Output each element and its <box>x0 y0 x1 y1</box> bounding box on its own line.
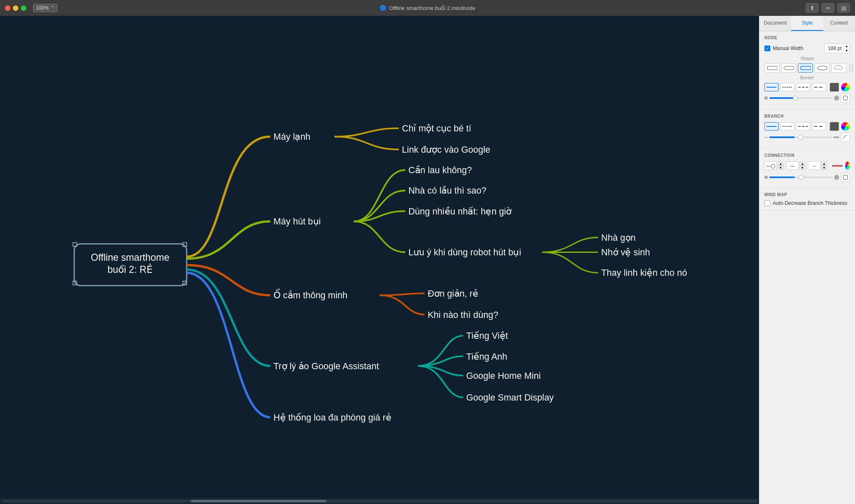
width-stepper[interactable]: ▲ ▼ <box>843 44 850 53</box>
border-dot1-button[interactable] <box>780 83 794 91</box>
arrow-start-up[interactable]: ▲ <box>778 161 784 166</box>
scrollbar-thumb[interactable] <box>191 500 327 502</box>
window-title: 🔵 Offline smarthome buổi 2.mindnode <box>379 5 475 11</box>
branch-style-row <box>764 122 850 131</box>
connection-section: CONNECTION —◯ ▲ ▼ — ▲ ▼ <box>759 149 855 188</box>
border-solid-button[interactable] <box>764 83 779 91</box>
shape-color-wheel[interactable] <box>852 63 853 73</box>
svg-text:Hệ thống loa đa phòng giá rẻ: Hệ thống loa đa phòng giá rẻ <box>273 412 392 423</box>
width-input-group[interactable]: ▲ ▼ <box>824 43 850 53</box>
width-decrement[interactable]: ▼ <box>844 48 850 53</box>
svg-text:Trợ lý ảo Google Assistant: Trợ lý ảo Google Assistant <box>273 361 379 371</box>
arrow-mid-up[interactable]: ▲ <box>799 161 805 166</box>
zoom-control[interactable]: 100% ⌃ <box>33 4 58 12</box>
arrow-end-down[interactable]: ▼ <box>821 166 827 170</box>
svg-text:Offline smarthome: Offline smarthome <box>91 252 169 263</box>
arrow-end-up[interactable]: ▲ <box>821 161 827 166</box>
scrollbar-track <box>2 500 757 502</box>
auto-decrease-checkbox[interactable] <box>764 200 770 206</box>
connection-corner-button[interactable] <box>841 173 850 182</box>
svg-text:Thay linh kiện cho nó: Thay linh kiện cho nó <box>601 267 687 278</box>
sidebar-toggle-button[interactable]: ▤ <box>837 3 850 13</box>
close-button[interactable] <box>5 5 10 11</box>
svg-text:Link được vào Google: Link được vào Google <box>402 144 490 155</box>
branch-width-slider[interactable] <box>769 136 832 138</box>
branch-width-min-icon <box>764 137 768 138</box>
branch-dot1-button[interactable] <box>780 122 794 131</box>
svg-rect-31 <box>843 96 847 100</box>
zoom-value: 100% <box>36 5 49 11</box>
connection-arrow-row: —◯ ▲ ▼ — ▲ ▼ → ▲ <box>764 161 850 170</box>
conn-dot-left <box>764 176 768 179</box>
svg-text:Tiếng Anh: Tiếng Anh <box>466 351 507 362</box>
arrow-mid-spinner[interactable]: ▲ ▼ <box>799 161 805 170</box>
border-dot3-button[interactable] <box>812 83 826 91</box>
branch-solid-button[interactable] <box>764 122 779 131</box>
document-icon: 🔵 <box>379 5 387 11</box>
arrow-start-control[interactable]: —◯ ▲ ▼ <box>764 161 784 170</box>
tab-style[interactable]: Style <box>791 16 823 31</box>
titlebar-actions: ⬆ ✏ ▤ <box>806 3 850 13</box>
shape-cloud-button[interactable] <box>831 63 846 73</box>
arrow-mid-down[interactable]: ▼ <box>799 166 805 170</box>
mindmap-section-title: MIND MAP <box>764 192 850 197</box>
arrow-start-down[interactable]: ▼ <box>778 166 784 170</box>
slider-max-icon <box>834 96 839 101</box>
mindmap-svg: .node-text { fill: white; font-size: 15p… <box>0 16 759 504</box>
arrow-end-display: → <box>808 161 820 170</box>
border-color-wheel[interactable] <box>841 83 850 92</box>
shape-label: Shape <box>764 56 850 61</box>
canvas-area[interactable]: .node-text { fill: white; font-size: 15p… <box>0 16 759 504</box>
share-button[interactable]: ⬆ <box>806 3 818 13</box>
branch-dot3-button[interactable] <box>812 122 826 131</box>
branch-width-max-icon <box>833 136 839 138</box>
arrow-end-spinner[interactable]: ▲ ▼ <box>821 161 827 170</box>
width-increment[interactable]: ▲ <box>844 44 850 48</box>
border-width-slider[interactable] <box>769 97 832 99</box>
branch-corner-button[interactable] <box>841 133 850 142</box>
svg-rect-27 <box>767 66 777 70</box>
shape-rect-button[interactable] <box>764 63 779 73</box>
border-dot2-button[interactable] <box>796 83 810 91</box>
titlebar: 100% ⌃ 🔵 Offline smarthome buổi 2.mindno… <box>0 0 855 16</box>
arrow-mid-control[interactable]: — ▲ ▼ <box>786 161 805 170</box>
branch-color-swatch[interactable] <box>830 122 839 131</box>
svg-text:buổi 2: RẺ: buổi 2: RẺ <box>107 264 153 275</box>
arrow-end-control[interactable]: → ▲ ▼ <box>808 161 827 170</box>
svg-text:Đơn giản, rẻ: Đơn giản, rẻ <box>428 288 478 299</box>
svg-text:Nhớ vệ sinh: Nhớ vệ sinh <box>601 247 650 257</box>
connection-color-wheel[interactable] <box>845 161 850 170</box>
svg-text:Cần lau không?: Cần lau không? <box>408 165 472 175</box>
shape-color-swatch[interactable] <box>850 63 850 73</box>
shape-rounded-button[interactable] <box>781 63 796 73</box>
svg-point-30 <box>817 66 827 70</box>
svg-text:Google Home Mini: Google Home Mini <box>466 370 541 381</box>
scrollbar-container[interactable] <box>0 498 759 504</box>
panel-tabs: Document Style Content <box>759 16 855 31</box>
border-style-row <box>764 83 850 92</box>
branch-width-row <box>764 133 850 142</box>
width-input[interactable] <box>825 45 843 52</box>
tab-document[interactable]: Document <box>759 16 791 31</box>
fullscreen-button[interactable] <box>21 5 26 11</box>
svg-text:Nhà gọn: Nhà gọn <box>601 232 635 243</box>
connection-width-slider[interactable] <box>769 176 832 178</box>
shape-rounded-rect-button[interactable] <box>798 63 813 73</box>
svg-text:Tiếng Việt: Tiếng Việt <box>466 330 508 341</box>
shape-row <box>764 63 850 73</box>
branch-color-wheel[interactable] <box>841 122 850 131</box>
tab-content[interactable]: Content <box>823 16 855 31</box>
shape-ellipse-button[interactable] <box>815 63 830 73</box>
right-panel: Document Style Content NODE ✓ Manual Wid… <box>759 16 855 504</box>
svg-text:Lưu ý khi dùng robot hút bụi: Lưu ý khi dùng robot hút bụi <box>408 247 521 257</box>
corner-radius-button[interactable] <box>841 93 850 103</box>
branch-dot2-button[interactable] <box>796 122 810 131</box>
minimize-button[interactable] <box>13 5 18 11</box>
svg-text:Google Smart Display: Google Smart Display <box>466 392 554 403</box>
border-color-swatch[interactable] <box>830 83 839 92</box>
svg-text:Ổ cắm thông minh: Ổ cắm thông minh <box>273 289 347 300</box>
pen-button[interactable]: ✏ <box>822 3 834 13</box>
arrow-start-spinner[interactable]: ▲ ▼ <box>778 161 784 170</box>
manual-width-checkbox[interactable]: ✓ <box>764 45 770 51</box>
connection-color-line <box>832 165 842 166</box>
